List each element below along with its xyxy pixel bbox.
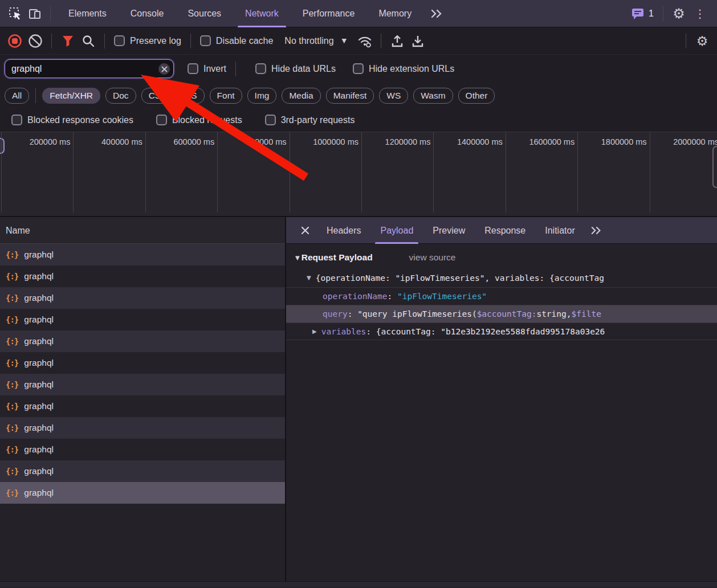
timeline-tick-label: 200000 ms [30,137,71,146]
request-name: graphql [24,423,54,433]
chip-wasm[interactable]: Wasm [413,88,453,104]
payload-preview-text: {operationName: "ipFlowTimeseries", vari… [316,273,604,283]
chip-doc[interactable]: Doc [105,88,136,104]
throttling-dropdown[interactable]: No throttling ▼ [276,36,355,46]
third-party-requests-label: 3rd-party requests [281,115,355,125]
kebab-menu-icon[interactable]: ⋮ [689,7,711,21]
invert-label: Invert [203,64,226,74]
request-row[interactable]: {:} graphql [0,266,285,287]
chip-all[interactable]: All [5,88,29,104]
request-row[interactable]: {:} graphql [0,395,285,417]
chip-other[interactable]: Other [458,88,495,104]
tab-initiator[interactable]: Initiator [535,217,584,244]
json-braces-icon: {:} [6,423,18,432]
timeline-tick-label: 600000 ms [173,137,214,146]
json-braces-icon: {:} [6,380,18,389]
blocked-requests-checkbox[interactable]: Blocked requests [153,115,246,125]
request-row[interactable]: {:} graphql [0,417,285,439]
checkbox-box [255,63,266,74]
chip-font[interactable]: Font [210,88,242,104]
chip-ws[interactable]: WS [379,88,408,104]
tab-console[interactable]: Console [119,0,176,27]
payload-variable: $accountTag: [477,309,537,318]
export-har-icon[interactable] [408,31,428,51]
preserve-log-checkbox[interactable]: Preserve log [111,35,185,46]
timeline-overview[interactable]: 200000 ms400000 ms600000 ms800000 ms1000… [0,132,717,217]
close-details-icon[interactable] [296,222,313,239]
timeline-tick-column: 200000 ms [1,132,73,213]
hide-extension-urls-checkbox[interactable]: Hide extension URLs [349,63,458,74]
payload-row-variables[interactable]: ▶ variables{accountTag: "b12e3b2192ee558… [286,322,717,340]
disable-cache-label: Disable cache [216,36,274,46]
payload-row-operation-name[interactable]: operationName"ipFlowTimeseries" [286,287,717,305]
chip-fetch-xhr[interactable]: Fetch/XHR [42,88,100,104]
device-toolbar-icon[interactable] [25,4,44,23]
expand-triangle-icon[interactable]: ▶ [312,328,317,334]
filter-input[interactable] [5,59,174,78]
clear-filter-icon[interactable] [158,63,170,75]
tab-performance[interactable]: Performance [291,0,367,27]
timeline-tick-column: 400000 ms [73,132,145,213]
tab-network[interactable]: Network [233,0,291,27]
tab-sources[interactable]: Sources [176,0,233,27]
network-split-view: Name {:} graphql {:} graphql {:} graphql… [0,217,717,581]
view-source-link[interactable]: view source [409,252,456,263]
tab-preview[interactable]: Preview [423,217,475,244]
tab-payload[interactable]: Payload [370,217,423,244]
tab-response[interactable]: Response [475,217,535,244]
chip-img[interactable]: Img [247,88,277,104]
chip-manifest[interactable]: Manifest [326,88,374,104]
timeline-tick-label: 400000 ms [101,137,142,146]
payload-pane: ▼ Request Payload view source ▼ {operati… [286,244,717,340]
disable-cache-checkbox[interactable]: Disable cache [197,35,277,46]
request-row[interactable]: {:} graphql [0,374,285,395]
chip-media[interactable]: Media [282,88,320,104]
inspect-element-icon[interactable] [6,4,25,23]
name-column-header[interactable]: Name [0,217,285,244]
import-har-icon[interactable] [387,31,408,51]
request-row[interactable]: {:} graphql [0,287,285,309]
blocked-response-cookies-checkbox[interactable]: Blocked response cookies [8,115,137,125]
search-icon[interactable] [78,31,99,51]
network-settings-gear-icon[interactable]: ⚙ [692,31,712,51]
tab-elements[interactable]: Elements [56,0,119,27]
collapse-triangle-icon[interactable]: ▼ [295,255,300,261]
filter-icon[interactable] [58,31,78,51]
issues-button[interactable]: 1 [631,7,654,20]
hide-data-urls-checkbox[interactable]: Hide data URLs [252,63,339,74]
chip-js[interactable]: JS [180,88,205,104]
request-name: graphql [24,466,54,476]
json-braces-icon: {:} [6,467,18,476]
request-row[interactable]: {:} graphql [0,482,285,504]
invert-checkbox[interactable]: Invert [184,63,230,74]
network-conditions-icon[interactable] [355,31,375,51]
request-row[interactable]: {:} graphql [0,330,285,352]
payload-preview-line[interactable]: ▼ {operationName: "ipFlowTimeseries", va… [286,268,717,287]
record-button[interactable] [5,31,25,51]
timeline-tick-column: 1600000 ms [506,132,577,213]
blocked-requests-label: Blocked requests [172,115,242,125]
chip-css[interactable]: CSS [141,88,174,104]
request-row[interactable]: {:} graphql [0,439,285,460]
request-name: graphql [24,401,54,411]
request-name: graphql [24,336,54,346]
request-row[interactable]: {:} graphql [0,309,285,330]
request-row[interactable]: {:} graphql [0,244,285,266]
details-tabbar: Headers Payload Preview Response Initiat… [286,217,717,244]
settings-gear-icon[interactable]: ⚙ [669,4,689,23]
clear-button[interactable] [25,31,46,51]
more-tabs-icon[interactable] [423,9,450,18]
request-row[interactable]: {:} graphql [0,352,285,374]
expand-triangle-icon[interactable]: ▼ [307,275,311,281]
request-row[interactable]: {:} graphql [0,460,285,482]
more-details-tabs-icon[interactable] [585,226,608,235]
tab-memory[interactable]: Memory [366,0,423,27]
hide-extension-urls-label: Hide extension URLs [369,64,454,74]
timeline-tick-label: 2000000 ms [673,137,717,146]
tab-headers[interactable]: Headers [317,217,370,244]
payload-row-query[interactable]: query"query ipFlowTimeseries($accountTag… [286,305,717,322]
timeline-tick-label: 1600000 ms [529,137,575,146]
third-party-requests-checkbox[interactable]: 3rd-party requests [262,115,358,125]
timeline-tick-label: 1800000 ms [601,137,647,146]
payload-value: "query ipFlowTimeseries( [357,309,477,318]
